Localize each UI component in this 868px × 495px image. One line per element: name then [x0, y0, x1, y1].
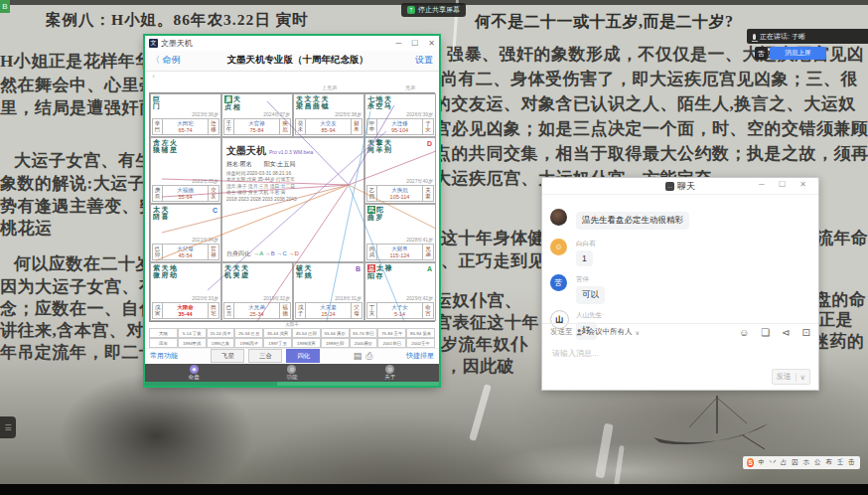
year-cell[interactable]: 2002壬午	[406, 338, 435, 348]
year-cell[interactable]: 1997丁丑	[263, 338, 292, 348]
sihua-mark: C	[213, 207, 217, 214]
about-tab-icon: ◎	[385, 365, 394, 374]
palace-stars: 廉天 贞相	[224, 95, 242, 111]
decade-age-range: 95-104	[377, 127, 422, 134]
stem-branch: 戊寅	[153, 303, 163, 318]
decade-age-range: 45-54	[163, 252, 208, 259]
nav-chart-tab[interactable]: ◉ 命盘	[189, 365, 200, 381]
hint-label: 上兄弟	[322, 84, 337, 90]
decade-cell[interactable]: 15-24 戊子	[207, 328, 235, 338]
avatar: ☺	[550, 239, 567, 255]
palace-cell[interactable]: 天天天 机哭虚 2019年32岁 己丑 大兄弟 25-34 福德	[221, 262, 293, 321]
print-icon[interactable]: ⎙	[365, 351, 372, 362]
settings-button[interactable]: 设置	[415, 54, 433, 67]
decade-cell[interactable]: 65-74 辛巳	[350, 328, 378, 338]
palace-cell[interactable]: 武陀 曲罗 2028年41岁 丙戌 大财帛 115-124 兄弟	[364, 204, 436, 262]
palace-cell[interactable]: 七地天 杀空马 2026年39岁 甲申 大迁移 95-104 子女	[364, 93, 436, 137]
doc-text-line: 宫必见凶象；如是三点决定一个面，时、空的交错须兼顾	[434, 117, 868, 140]
audience-selector[interactable]: 会议中所有人	[588, 327, 633, 337]
year-cell[interactable]: 流年	[149, 338, 178, 348]
decade-cell[interactable]: 大限	[149, 328, 178, 338]
tool-icon[interactable]: 舌	[755, 47, 768, 60]
common-functions-button[interactable]: 常用功能	[150, 351, 178, 361]
chat-titlebar[interactable]: … 聊天 ─ ☐ ✕	[542, 178, 818, 195]
decade-cell[interactable]: 75-84 壬午	[377, 328, 406, 338]
year-cell[interactable]: 2000庚辰	[350, 338, 378, 348]
stem-branch: 乙酉	[367, 186, 377, 201]
folder-icon[interactable]: ❏	[761, 327, 770, 338]
palace-cell[interactable]: 贪左火 狼辅星 2022年35岁 庚辰 大福德 55-64 交友	[150, 137, 221, 204]
palace-cell[interactable]: 廉天 贞相 2024年37岁 壬午 大官禄 75-84 疾厄	[221, 93, 293, 137]
decade-row: 大限5-14 丁亥15-24 戊子25-34 己丑35-44 戊寅45-54 己…	[149, 328, 435, 338]
palace-table: 己丑 大兄弟 25-34 福德	[223, 302, 291, 319]
stem-branch: 己卯	[153, 245, 163, 259]
year-cell[interactable]: 1994甲戌	[178, 338, 207, 348]
decade-palace-label: 大田宅	[163, 119, 208, 127]
decade-palace-label: 大子女	[377, 303, 422, 311]
message-input[interactable]	[550, 348, 814, 359]
stop-share-pill[interactable]: ⇡ 停止共享屏幕	[401, 3, 466, 17]
app-titlebar[interactable]: 文 文墨天机 ─ ☐ ✕	[145, 36, 439, 51]
boat-illustration	[648, 394, 779, 455]
save-icon[interactable]: ▤	[354, 351, 362, 361]
decade-cell[interactable]: 25-34 己丑	[234, 328, 263, 338]
palace-cell[interactable]: 紫天地 微府劫 2020年33岁 戊寅 大限命 35-44 田宅	[150, 262, 221, 321]
back-button[interactable]: 〈 命例	[151, 54, 181, 67]
natal-palace-label: 子女	[422, 119, 433, 134]
chat-window-controls[interactable]: ─ ☐ ✕	[759, 180, 812, 189]
decade-cell[interactable]: 55-64 庚辰	[321, 328, 350, 338]
year-cell[interactable]: 1998戊寅	[292, 338, 321, 348]
year-cell[interactable]: 1995乙亥	[207, 338, 235, 348]
send-options-caret[interactable]: ∨	[800, 373, 806, 382]
decade-age-range: 5-14	[377, 311, 422, 318]
palace-table: 甲申 大迁移 95-104 子女	[366, 118, 434, 135]
palace-cell[interactable]: 天擎天 同羊刑 D 2027年40岁 乙酉 大疾厄 105-114 夫妻	[364, 137, 436, 204]
screenshot-icon[interactable]: ⊡	[802, 327, 810, 338]
palace-cell[interactable]: 破天 军姚 B 2018年31岁 戊子 大夫妻 15-24 父母	[293, 262, 364, 321]
palace-year: 2026年39岁	[406, 111, 433, 117]
palace-cell[interactable]: 太天 阴喜 C 2021年34岁 己卯 大父母 45-54 官禄	[150, 204, 221, 262]
palace-stars: 忌太禄 阳存	[367, 264, 393, 280]
year-cell[interactable]: 1999己卯	[321, 338, 350, 348]
chat-message: ☺ 白白石 1	[550, 239, 812, 266]
chevron-down-icon[interactable]: ∨	[636, 329, 640, 336]
palace-cell[interactable]: 巨 门 2023年36岁 辛巳 大田宅 65-74 迁移	[150, 93, 221, 137]
stem-branch: 己丑	[224, 303, 234, 318]
ime-mode-icons[interactable]: 中 丷 占 囚 ホ 公 布 壬 击	[758, 458, 856, 467]
megaphone-icon[interactable]: ⊲	[782, 327, 790, 338]
maximize-button[interactable]: ☐	[411, 39, 418, 48]
year-cell[interactable]: 2001辛巳	[377, 338, 406, 348]
decade-cell[interactable]: 35-44 戊寅	[263, 328, 292, 338]
send-button[interactable]: 发送∨	[772, 369, 811, 385]
ime-toolbar[interactable]: S 中 丷 占 囚 ホ 公 布 壬 击	[743, 456, 860, 469]
sidebar-handle[interactable]: ☰	[0, 416, 16, 438]
nav-about-tab[interactable]: ◎ 关于	[384, 365, 395, 381]
chip-label[interactable]: 消息上屏	[770, 47, 826, 60]
doc-text-line: 年吊定流年，即二十	[0, 341, 157, 364]
doc-text-line: 桃花运	[0, 217, 53, 240]
decade-cell[interactable]: 5-14 丁亥	[178, 328, 207, 338]
doc-text-line: 运奴仆宫、	[435, 289, 522, 312]
emoji-icon[interactable]: ☺	[739, 327, 749, 338]
doc-text-line: 迷药的	[812, 330, 865, 353]
palace-table: 辛巳 大田宅 65-74 迁移	[152, 118, 219, 135]
minimize-button[interactable]: ─	[395, 39, 401, 48]
decade-cell[interactable]: 45-54 己卯	[292, 328, 321, 338]
palace-cell[interactable]: 忌太禄 阳存 A 2029年42岁 丁亥 大子女 5-14 命宫	[364, 262, 436, 321]
quick-stars-button[interactable]: 快捷排星	[406, 351, 434, 361]
decade-cell[interactable]: 85-94 癸未	[406, 328, 435, 338]
palace-stars: 贪左火 狼辅星	[153, 139, 179, 154]
decade-age-range: 105-114	[377, 194, 422, 201]
stem-branch: 丁亥	[367, 303, 377, 318]
tab-feixing[interactable]: 飞星	[211, 349, 244, 363]
close-button[interactable]: ✕	[428, 39, 435, 48]
decade-age-range: 25-34	[234, 311, 279, 318]
tab-sanhe[interactable]: 三合	[248, 349, 282, 363]
tab-sihua[interactable]: 四化	[286, 349, 320, 363]
overlay-chip[interactable]: 舌 消息上屏	[755, 47, 826, 60]
year-cell[interactable]: 1996丙子	[234, 338, 263, 348]
palace-year: 2028年41岁	[406, 237, 433, 243]
palace-year: 2029年42岁	[406, 295, 433, 301]
nav-functions-tab[interactable]: ◎ 功能	[286, 365, 297, 381]
palace-cell[interactable]: 天文文天 梁昌曲钺 2025年38岁 癸未 大交友 85-94 财帛	[293, 93, 364, 137]
